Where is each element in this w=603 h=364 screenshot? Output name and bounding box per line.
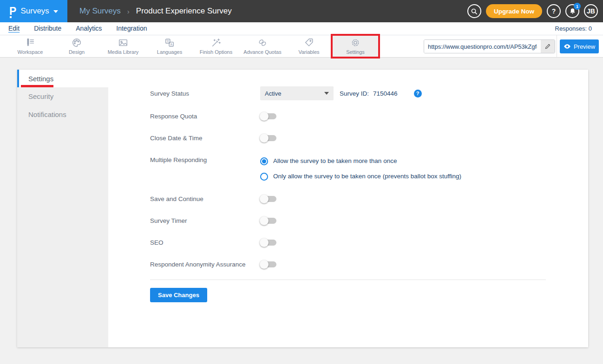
anonymity-toggle[interactable] [260, 261, 276, 267]
tab-edit[interactable]: Edit [8, 25, 20, 33]
sidebar-item-label: Settings [28, 75, 53, 83]
survey-id-help-icon[interactable]: ? [414, 90, 422, 98]
toolbar-item-label: Settings [346, 49, 365, 55]
anonymity-row: Respondent Anonymity Assurance [150, 261, 546, 268]
sidebar-item-label: Security [28, 92, 53, 100]
toolbar-item-workspace[interactable]: Workspace [7, 35, 53, 57]
toggle-knob [260, 195, 269, 203]
close-date-toggle[interactable] [260, 135, 276, 141]
save-and-continue-toggle[interactable] [260, 196, 276, 202]
svg-text:文: 文 [166, 39, 170, 43]
multiple-responding-options: Allow the survey to be taken more than o… [260, 156, 461, 181]
preview-button[interactable]: Preview [560, 39, 599, 53]
variables-icon [304, 38, 314, 48]
product-switcher[interactable]: P Surveys [0, 0, 67, 22]
languages-icon: 文A [164, 38, 175, 48]
survey-status-value: Active [265, 90, 281, 97]
sidebar-item-settings[interactable]: Settings [17, 70, 108, 87]
survey-url-box [424, 39, 555, 53]
close-date-label: Close Date & Time [150, 135, 260, 142]
save-and-continue-label: Save and Continue [150, 195, 260, 202]
survey-timer-label: Survey Timer [150, 217, 260, 224]
breadcrumb-my-surveys[interactable]: My Surveys [79, 6, 121, 16]
survey-timer-row: Survey Timer [150, 217, 546, 224]
toolbar-item-label: Media Library [108, 49, 139, 55]
radio-option-label: Only allow the survey to be taken once (… [273, 172, 461, 181]
toolbar-item-label: Languages [157, 49, 182, 55]
toolbar-item-finish-options[interactable]: Finish Options [193, 35, 239, 57]
sidebar-item-security[interactable]: Security [17, 87, 108, 105]
advance-quotas-icon [257, 38, 268, 48]
settings-panel: Settings Security Notifications Survey S… [17, 70, 588, 347]
toolbar-item-languages[interactable]: 文A Languages [146, 35, 193, 57]
toggle-knob [260, 216, 269, 225]
seo-toggle[interactable] [260, 240, 276, 246]
tab-distribute[interactable]: Distribute [34, 25, 61, 33]
toggle-knob [260, 112, 269, 121]
preview-label: Preview [574, 43, 595, 50]
save-changes-button[interactable]: Save Changes [150, 288, 207, 302]
settings-form: Survey Status Active Survey ID: 7150446 … [150, 70, 588, 302]
anonymity-label: Respondent Anonymity Assurance [150, 261, 260, 268]
survey-status-dropdown[interactable]: Active [260, 86, 334, 100]
breadcrumb: My Surveys › Product Experience Survey [79, 6, 232, 16]
design-icon [72, 38, 82, 48]
questionpro-logo-icon: P [9, 6, 16, 17]
workspace-icon [25, 38, 35, 48]
tab-analytics[interactable]: Analytics [76, 25, 102, 33]
upgrade-now-button[interactable]: Upgrade Now [486, 4, 542, 18]
top-bar: P Surveys My Surveys › Product Experienc… [0, 0, 603, 22]
responses-count: Responses: 0 [555, 25, 592, 32]
product-label: Surveys [20, 6, 49, 16]
sidebar-item-label: Notifications [28, 110, 66, 118]
radio-only-once[interactable]: Only allow the survey to be taken once (… [260, 172, 461, 181]
settings-icon [350, 38, 360, 48]
response-quota-label: Response Quota [150, 113, 260, 120]
toolbar-item-design[interactable]: Design [53, 35, 100, 57]
radio-option-label: Allow the survey to be taken more than o… [273, 156, 397, 166]
question-mark-icon: ? [552, 7, 556, 15]
help-button[interactable]: ? [547, 4, 561, 18]
notification-badge: 1 [574, 3, 581, 10]
multiple-responding-label: Multiple Responding [150, 156, 260, 163]
survey-url-input[interactable] [424, 40, 541, 53]
toggle-knob [260, 134, 269, 143]
sidebar-item-notifications[interactable]: Notifications [17, 105, 108, 124]
response-quota-row: Response Quota [150, 113, 546, 120]
settings-sidebar: Settings Security Notifications [17, 70, 108, 347]
toolbar-item-label: Variables [298, 49, 319, 55]
survey-status-row: Survey Status Active Survey ID: 7150446 … [150, 86, 546, 100]
radio-allow-multiple[interactable]: Allow the survey to be taken more than o… [260, 156, 461, 166]
toolbar-divider [557, 35, 557, 57]
pencil-icon [544, 43, 551, 50]
topbar-actions: Upgrade Now ? 1 JB [467, 4, 598, 18]
toolbar-item-media-library[interactable]: Media Library [100, 35, 146, 57]
user-avatar[interactable]: JB [584, 4, 598, 18]
finish-options-icon [211, 38, 221, 48]
search-icon [471, 8, 478, 15]
chevron-down-icon [324, 92, 329, 95]
edit-url-button[interactable] [541, 40, 555, 53]
toolbar-item-settings[interactable]: Settings [332, 35, 379, 57]
sidebar-rest: Security Notifications [17, 87, 108, 347]
tab-integration[interactable]: Integration [116, 25, 147, 33]
toolbar-item-variables[interactable]: Variables [286, 35, 332, 57]
toolbar-item-label: Design [69, 49, 85, 55]
toolbar-item-advance-quotas[interactable]: Advance Quotas [239, 35, 286, 57]
response-quota-toggle[interactable] [260, 113, 276, 119]
survey-timer-toggle[interactable] [260, 218, 276, 224]
survey-status-label: Survey Status [150, 90, 260, 97]
toggle-knob [260, 238, 269, 247]
toolbar-item-label: Finish Options [200, 49, 232, 55]
seo-label: SEO [150, 239, 260, 246]
breadcrumb-separator: › [127, 7, 130, 15]
toolbar-item-label: Advance Quotas [243, 49, 281, 55]
radio-unchecked-icon [260, 173, 268, 181]
search-button[interactable] [467, 4, 481, 18]
notifications-button[interactable]: 1 [565, 4, 579, 18]
form-divider [150, 280, 546, 280]
seo-row: SEO [150, 239, 546, 246]
breadcrumb-survey-title: Product Experience Survey [136, 6, 232, 16]
media-library-icon [118, 38, 128, 48]
avatar-initials: JB [587, 7, 595, 15]
